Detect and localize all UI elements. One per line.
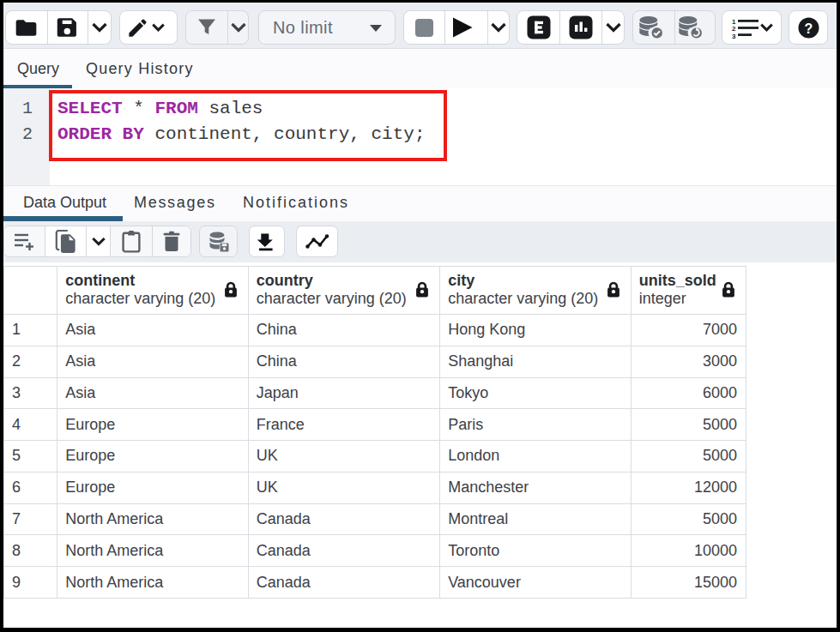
svg-text:?: ?: [804, 21, 813, 35]
svg-text:3: 3: [732, 32, 736, 39]
